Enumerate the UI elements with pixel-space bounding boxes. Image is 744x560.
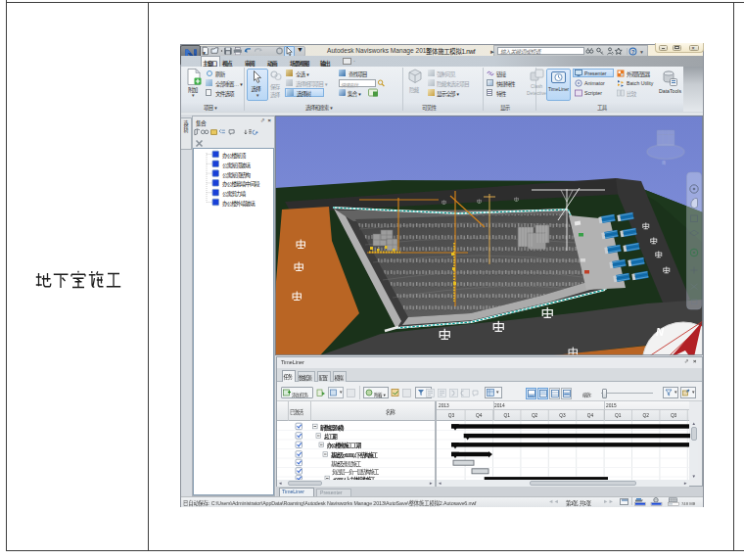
svg-text:Q2: Q2 bbox=[532, 413, 538, 418]
svg-text:南: 南 bbox=[662, 160, 666, 165]
svg-text:Q4: Q4 bbox=[587, 413, 594, 418]
svg-text:748 MB: 748 MB bbox=[681, 500, 695, 505]
svg-text:N: N bbox=[656, 326, 665, 338]
svg-text:▼: ▼ bbox=[639, 48, 644, 54]
svg-text:Q2: Q2 bbox=[642, 413, 649, 418]
svg-text:Q3: Q3 bbox=[671, 413, 677, 418]
svg-text:Q3: Q3 bbox=[448, 413, 455, 418]
svg-text:Q3: Q3 bbox=[559, 413, 566, 418]
svg-text:Q1: Q1 bbox=[503, 413, 510, 418]
svg-text:Q4: Q4 bbox=[476, 413, 483, 418]
svg-text:Q1: Q1 bbox=[615, 413, 622, 418]
